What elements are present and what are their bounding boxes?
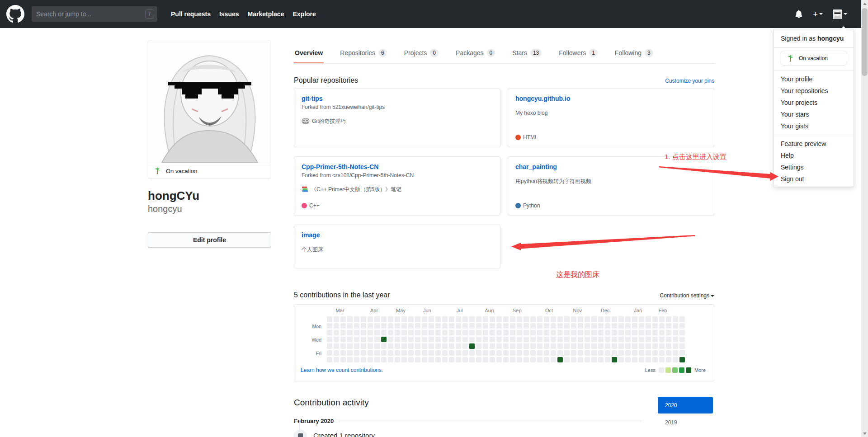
contribution-cell[interactable] [646, 323, 651, 329]
contribution-cell[interactable] [591, 357, 597, 362]
contribution-cell[interactable] [564, 330, 570, 335]
contribution-cell[interactable] [368, 316, 373, 322]
contribution-cell[interactable] [564, 357, 570, 362]
contribution-cell[interactable] [415, 343, 420, 349]
contribution-cell[interactable] [442, 316, 448, 322]
contribution-cell[interactable] [496, 316, 502, 322]
contribution-cell[interactable] [673, 330, 678, 335]
menu-item-settings[interactable]: Settings [774, 161, 854, 173]
contribution-cell[interactable] [476, 350, 481, 356]
contribution-cell[interactable] [517, 343, 522, 349]
nav-marketplace[interactable]: Marketplace [248, 10, 284, 18]
contribution-cell[interactable] [354, 323, 359, 329]
contribution-cell[interactable] [408, 343, 414, 349]
contribution-cell[interactable] [503, 323, 509, 329]
contribution-cell[interactable] [496, 343, 502, 349]
contribution-cell[interactable] [334, 323, 339, 329]
contribution-cell[interactable] [456, 316, 461, 322]
menu-item-your-repositories[interactable]: Your repositories [774, 85, 854, 97]
contribution-cell[interactable] [659, 330, 665, 335]
contribution-cell[interactable] [618, 350, 624, 356]
contribution-cell[interactable] [496, 350, 502, 356]
contribution-cell[interactable] [476, 316, 481, 322]
contribution-cell[interactable] [442, 330, 448, 335]
contribution-cell[interactable] [334, 350, 339, 356]
contribution-cell[interactable] [456, 350, 461, 356]
edit-profile-button[interactable]: Edit profile [148, 232, 271, 248]
contribution-cell[interactable] [679, 350, 685, 356]
contribution-cell[interactable] [401, 330, 407, 335]
contribution-cell[interactable] [571, 343, 576, 349]
year-2020-button[interactable]: 2020 [658, 397, 713, 414]
repo-link-git-tips[interactable]: git-tips [302, 95, 323, 102]
menu-item-sign-out[interactable]: Sign out [774, 173, 854, 185]
contribution-cell[interactable] [368, 343, 373, 349]
contribution-cell[interactable] [557, 323, 563, 329]
contribution-cell[interactable] [510, 323, 515, 329]
nav-pull-requests[interactable]: Pull requests [171, 10, 211, 18]
contribution-cell[interactable] [666, 350, 671, 356]
contribution-cell[interactable] [605, 350, 610, 356]
contribution-cell[interactable] [395, 330, 400, 335]
contribution-cell[interactable] [401, 316, 407, 322]
contribution-cell[interactable] [334, 343, 339, 349]
contribution-cell[interactable] [401, 323, 407, 329]
contribution-cell[interactable] [354, 316, 359, 322]
contribution-cell[interactable] [666, 330, 671, 335]
contribution-cell[interactable] [612, 350, 617, 356]
contribution-cell[interactable] [429, 330, 434, 335]
contribution-cell[interactable] [388, 330, 393, 335]
contribution-cell[interactable] [422, 337, 427, 342]
search-input[interactable] [32, 10, 136, 18]
contribution-cell[interactable] [435, 316, 441, 322]
nav-explore[interactable]: Explore [292, 10, 316, 18]
contribution-cell[interactable] [449, 323, 454, 329]
contribution-cell[interactable] [625, 343, 631, 349]
contribution-cell[interactable] [571, 357, 576, 362]
contribution-cell[interactable] [510, 357, 515, 362]
contribution-cell[interactable] [327, 343, 332, 349]
contribution-cell[interactable] [585, 350, 590, 356]
contribution-cell[interactable] [510, 343, 515, 349]
contribution-cell[interactable] [639, 337, 644, 342]
contribution-cell[interactable] [401, 337, 407, 342]
contribution-cell[interactable] [571, 316, 576, 322]
contribution-cell[interactable] [530, 316, 536, 322]
contribution-cell[interactable] [673, 337, 678, 342]
contribution-cell[interactable] [388, 343, 393, 349]
contribution-cell[interactable] [679, 357, 685, 362]
contribution-cell[interactable] [591, 323, 597, 329]
contribution-cell[interactable] [679, 330, 685, 335]
contribution-cell[interactable] [591, 343, 597, 349]
contribution-cell[interactable] [598, 337, 604, 342]
contribution-cell[interactable] [673, 343, 678, 349]
contribution-cell[interactable] [347, 337, 353, 342]
contribution-cell[interactable] [354, 343, 359, 349]
contribution-cell[interactable] [618, 343, 624, 349]
contribution-cell[interactable] [632, 343, 637, 349]
menu-item-help[interactable]: Help [774, 150, 854, 161]
contribution-cell[interactable] [334, 330, 339, 335]
count-contributions-link[interactable]: Learn how we count contributions. [301, 367, 383, 373]
contribution-cell[interactable] [469, 330, 475, 335]
contribution-cell[interactable] [557, 343, 563, 349]
contribution-cell[interactable] [347, 343, 353, 349]
contribution-cell[interactable] [422, 330, 427, 335]
contribution-cell[interactable] [395, 350, 400, 356]
contribution-cell[interactable] [585, 357, 590, 362]
contribution-cell[interactable] [673, 323, 678, 329]
contribution-cell[interactable] [361, 330, 366, 335]
contribution-cell[interactable] [585, 337, 590, 342]
contribution-cell[interactable] [347, 316, 353, 322]
contribution-cell[interactable] [530, 357, 536, 362]
contribution-cell[interactable] [368, 357, 373, 362]
contribution-cell[interactable] [462, 337, 468, 342]
contribution-cell[interactable] [388, 323, 393, 329]
contribution-cell[interactable] [442, 323, 448, 329]
contribution-cell[interactable] [340, 316, 346, 322]
menu-item-feature-preview[interactable]: Feature preview [774, 138, 854, 150]
set-status-button[interactable]: On vacation [781, 51, 847, 66]
contribution-cell[interactable] [490, 316, 495, 322]
tab-followers[interactable]: Followers1 [558, 47, 599, 63]
contribution-cell[interactable] [578, 357, 583, 362]
